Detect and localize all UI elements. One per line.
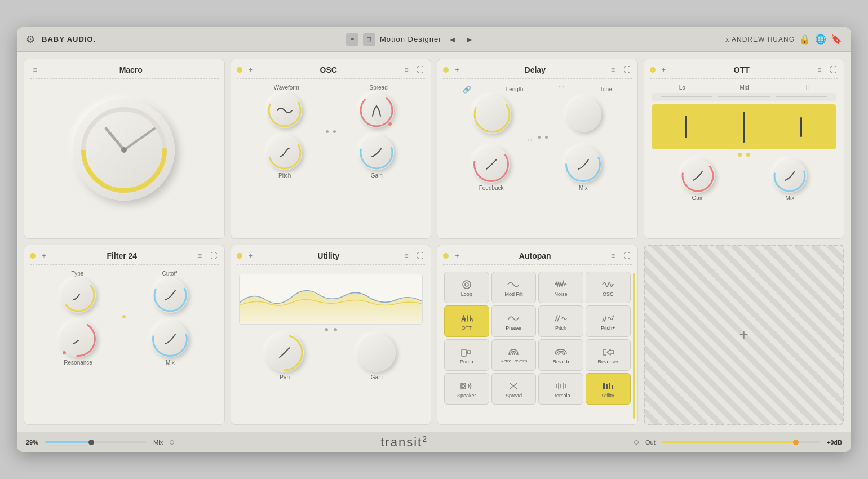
autopan-item-pump[interactable]: Pump — [444, 339, 489, 371]
save-icon[interactable]: ⊞ — [363, 33, 375, 46]
autopan-speaker-label: Speaker — [457, 393, 476, 398]
osc-spread-knob[interactable] — [359, 93, 394, 128]
filter24-expand-button[interactable]: ⛶ — [209, 251, 219, 261]
autopan-item-pitch[interactable]: Pitch — [538, 305, 583, 337]
utility-menu-button[interactable]: ≡ — [401, 251, 411, 261]
filter24-active-dot[interactable] — [30, 253, 36, 259]
macro-clock[interactable] — [73, 99, 175, 201]
ott-active-dot[interactable] — [650, 67, 656, 73]
delay-mix-knob-wrap: Mix — [565, 146, 601, 191]
filter24-resonance-knob[interactable] — [60, 321, 96, 357]
author-label: x ANDREW HUANG — [725, 36, 795, 43]
bookmark-icon[interactable]: 🔖 — [831, 34, 842, 45]
utility-add-button[interactable]: + — [246, 251, 256, 261]
autopan-item-retro-reverb[interactable]: Retro Reverb — [491, 339, 537, 371]
autopan-item-spread[interactable]: Spread — [491, 373, 537, 405]
utility-dot-2 — [334, 328, 337, 331]
delay-expand-button[interactable]: ⛶ — [622, 65, 632, 75]
filter24-bottom-knobs: Resonance — [32, 321, 216, 366]
osc-pitch-knob[interactable] — [267, 135, 302, 170]
out-slider-track[interactable] — [662, 441, 820, 443]
autopan-item-utility[interactable]: Utility — [586, 373, 631, 405]
osc-gain-knob[interactable] — [359, 135, 394, 170]
osc-active-dot[interactable] — [237, 67, 242, 73]
svg-point-5 — [475, 97, 510, 132]
delay-top-icons: 🔗 Length ⌒ Tone — [445, 85, 630, 94]
prev-preset-button[interactable]: ◄ — [446, 33, 459, 46]
autopan-item-tremolo[interactable]: Tremolo — [538, 373, 583, 405]
globe-icon[interactable]: 🌐 — [815, 34, 826, 45]
autopan-retro-reverb-label: Retro Reverb — [501, 359, 528, 364]
filter24-cutoff-ring — [153, 278, 188, 313]
filter24-menu-button[interactable]: ≡ — [195, 251, 205, 261]
delay-feedback-knob[interactable] — [473, 146, 510, 183]
reverb-icon — [554, 347, 568, 357]
filter24-add-button[interactable]: + — [39, 251, 49, 261]
mix-slider-track[interactable] — [45, 441, 147, 443]
autopan-item-phaser[interactable]: Phaser — [491, 305, 537, 337]
autopan-item-reverser[interactable]: Reverser — [586, 339, 631, 371]
autopan-item-noise[interactable]: Noise — [538, 272, 583, 303]
filter24-mix-knob[interactable] — [152, 321, 188, 357]
ott-expand-button[interactable]: ⛶ — [828, 65, 838, 75]
ott-menu-button[interactable]: ≡ — [814, 65, 825, 75]
list-icon[interactable]: ≡ — [346, 33, 358, 46]
osc-expand-button[interactable]: ⛶ — [415, 65, 425, 75]
next-preset-button[interactable]: ► — [463, 33, 476, 46]
svg-point-6 — [475, 148, 508, 181]
autopan-item-osc[interactable]: OSC — [586, 272, 631, 303]
svg-point-7 — [566, 148, 600, 181]
autopan-item-loop[interactable]: Loop — [444, 272, 489, 303]
utility-dots-row — [239, 328, 423, 331]
lock-icon[interactable]: 🔒 — [799, 34, 811, 45]
svg-point-12 — [61, 322, 95, 356]
ott-lo-label: Lo — [679, 85, 685, 91]
macro-module: ≡ Macro — [24, 59, 225, 239]
macro-menu-button[interactable]: ≡ — [30, 65, 40, 75]
out-slider-thumb[interactable] — [793, 440, 799, 445]
osc-labels-top: Waveform Spread — [239, 85, 423, 91]
out-label: Out — [645, 439, 656, 446]
utility-gain-knob[interactable] — [357, 334, 396, 372]
osc-top-knobs — [239, 93, 423, 128]
autopan-item-reverb[interactable]: Reverb — [538, 339, 583, 371]
settings-icon[interactable]: ⚙ — [26, 33, 35, 46]
osc-add-button[interactable]: + — [246, 65, 256, 75]
main-content: ≡ Macro + — [17, 52, 851, 432]
delay-length-knob[interactable] — [473, 95, 511, 134]
utility-pan-knob[interactable] — [265, 334, 304, 372]
osc-waveform-knob[interactable] — [267, 93, 302, 128]
svg-point-16 — [465, 283, 468, 286]
app-super-text: 2 — [422, 434, 428, 443]
utility-active-dot[interactable] — [237, 253, 242, 259]
utility-expand-button[interactable]: ⛶ — [415, 251, 425, 261]
autopan-item-mod-filt[interactable]: Mod Filt — [491, 272, 537, 303]
autopan-add-button[interactable]: + — [452, 251, 462, 261]
osc-pitch-label: Pitch — [278, 172, 291, 179]
mix-slider-thumb[interactable] — [88, 440, 94, 445]
autopan-item-speaker[interactable]: Speaker — [444, 373, 489, 405]
delay-active-dot[interactable] — [443, 67, 449, 73]
autopan-scrollbar[interactable] — [633, 273, 635, 419]
osc-menu-button[interactable]: ≡ — [401, 65, 411, 75]
add-module-plus[interactable]: + — [739, 326, 749, 344]
autopan-menu-button[interactable]: ≡ — [608, 251, 618, 261]
ott-gain-knob[interactable] — [681, 159, 715, 193]
autopan-utility-icon — [601, 381, 615, 391]
autopan-expand-button[interactable]: ⛶ — [622, 251, 632, 261]
delay-menu-button[interactable]: ≡ — [608, 65, 618, 75]
delay-add-button[interactable]: + — [452, 65, 462, 75]
filter24-cutoff-knob[interactable] — [153, 278, 188, 313]
mix-slider-fill — [45, 441, 91, 443]
ott-mix-knob[interactable] — [773, 159, 807, 193]
filter24-type-knob[interactable] — [61, 278, 96, 313]
autopan-item-ott[interactable]: OTT — [444, 305, 489, 337]
ott-mix-label: Mix — [786, 195, 795, 201]
add-module[interactable]: + — [644, 245, 845, 425]
autopan-reverb-label: Reverb — [553, 359, 569, 365]
autopan-item-pitch-plus[interactable]: Pitch+ — [586, 305, 631, 337]
autopan-active-dot[interactable] — [443, 253, 449, 259]
delay-tone-knob[interactable] — [566, 97, 601, 132]
ott-add-button[interactable]: + — [659, 65, 669, 75]
delay-mix-knob[interactable] — [565, 146, 601, 183]
